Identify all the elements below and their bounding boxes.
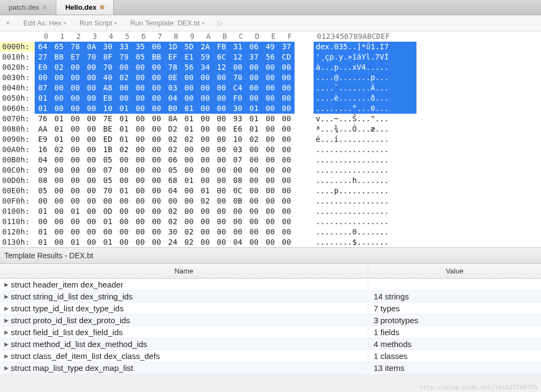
expand-icon[interactable]: ▶ <box>4 317 9 323</box>
hex-bytes[interactable]: 00000000010000000200000000000000 <box>35 217 303 227</box>
hex-row[interactable]: 0020h:E0020000700000007856341200000000à.… <box>0 62 541 73</box>
hex-bytes[interactable]: 0000000000000000000002000B000000 <box>35 196 303 206</box>
ascii-cell[interactable]: ................ <box>314 165 416 175</box>
hex-bytes[interactable]: 0100000010010000B001000030010000 <box>35 103 303 114</box>
hex-editor[interactable]: 0123456789ABCDEF 0123456789ABCDEF 0000h:… <box>0 31 541 247</box>
hex-row[interactable]: 0080h:AA010000BE010000D2010000E6010000ª.… <box>0 124 541 134</box>
hex-bytes[interactable]: 08000000050000006801000008000000 <box>35 175 303 186</box>
ascii-cell[interactable]: ........h....... <box>314 175 416 186</box>
ascii-cell[interactable]: dex.035..]*û1.I7 <box>314 42 416 52</box>
hex-bytes[interactable]: AA010000BE010000D2010000E6010000 <box>35 124 303 134</box>
hex-row[interactable]: 0030h:00000000400200000E00000070000000..… <box>0 73 541 83</box>
ascii-cell[interactable]: ........$....... <box>314 237 416 247</box>
hex-row[interactable]: 0100h:010001000D0000000200000000000000..… <box>0 206 541 217</box>
expand-icon[interactable]: ▶ <box>4 305 9 311</box>
expand-icon[interactable]: ▶ <box>4 365 9 371</box>
result-row[interactable]: ▶struct header_item dex_header <box>0 279 541 291</box>
hex-row[interactable]: 00C0h:09000000070000000500000000000000..… <box>0 165 541 175</box>
run-script-dropdown[interactable]: Run Script▾ <box>80 19 118 27</box>
address-cell: 00C0h: <box>0 165 35 175</box>
ascii-cell[interactable]: ........0....... <box>314 227 416 237</box>
hex-bytes[interactable]: 00000000400200000E00000070000000 <box>35 73 303 83</box>
result-row[interactable]: ▶struct field_id_list dex_field_ids1 fie… <box>0 326 541 338</box>
tab-hello-dex[interactable]: Hello.dex ⊗ <box>56 0 114 15</box>
run-icon[interactable]: ▷ <box>218 19 223 27</box>
hex-bytes[interactable]: 01000000000000003002000000000000 <box>35 227 303 237</box>
hex-row[interactable]: 00E0h:0500000070010000040001000C000000..… <box>0 186 541 196</box>
hex-row[interactable]: 0120h:01000000000000003002000000000000..… <box>0 227 541 237</box>
expand-icon[interactable]: ▶ <box>4 282 9 288</box>
ascii-cell[interactable]: ....¨.......Ä... <box>314 83 416 93</box>
hex-bytes[interactable]: 0500000070010000040001000C000000 <box>35 186 303 196</box>
result-name: struct type_id_list dex_type_ids <box>11 304 123 313</box>
expand-icon[interactable]: ▶ <box>4 353 9 359</box>
address-cell: 00A0h: <box>0 145 35 155</box>
expand-icon[interactable]: ▶ <box>4 341 9 347</box>
hex-bytes[interactable]: 04000000050000000600000007000000 <box>35 155 303 165</box>
hex-row[interactable]: 00A0h:160200001B0200000200000003000000..… <box>0 145 541 155</box>
hex-bytes[interactable]: E0020000700000007856341200000000 <box>35 62 303 73</box>
close-icon[interactable]: ⊗ <box>42 4 47 11</box>
ascii-cell[interactable]: ................ <box>314 145 416 155</box>
ascii-cell[interactable]: ....@.......p... <box>314 73 416 83</box>
watermark: http://blog.csdn.net/lmj623565791 <box>419 384 538 391</box>
ascii-cell[interactable]: é...í........... <box>314 134 416 145</box>
ascii-cell[interactable]: ................ <box>314 196 416 206</box>
column-value-header[interactable]: Value <box>368 264 541 278</box>
hex-row[interactable]: 0010h:27B8E7708F7905BBEFE1596C123756CD'¸… <box>0 52 541 62</box>
hex-bytes[interactable]: 6465780A303335001D5D2AFB31064937 <box>35 42 303 52</box>
ascii-cell[interactable]: v...~...Š..."... <box>314 114 416 124</box>
hex-bytes[interactable]: 160200001B0200000200000003000000 <box>35 145 303 155</box>
ascii-cell[interactable]: ....è.......ð... <box>314 93 416 103</box>
result-row[interactable]: ▶struct string_id_list dex_string_ids14 … <box>0 291 541 303</box>
run-template-dropdown[interactable]: Run Template: DEX.bt▾ <box>130 19 204 27</box>
ascii-cell[interactable]: '¸çp.y.»ïáYl.7VÍ <box>314 52 416 62</box>
ascii-cell[interactable]: ................ <box>314 206 416 217</box>
close-icon[interactable]: ⊗ <box>100 4 105 11</box>
hex-bytes[interactable]: 760100007E0100008A01000093010000 <box>35 114 303 124</box>
toolbar: ▼ Edit As: Hex▾ Run Script▾ Run Template… <box>0 15 541 31</box>
result-row[interactable]: ▶struct method_id_list dex_method_ids4 m… <box>0 338 541 350</box>
tab-label: Hello.dex <box>65 3 96 11</box>
expand-icon[interactable]: ▶ <box>4 329 9 335</box>
ascii-cell[interactable]: à...p...xV4..... <box>314 62 416 73</box>
ascii-cell[interactable]: ª...¾...Ò...æ... <box>314 124 416 134</box>
address-cell: 0090h: <box>0 134 35 145</box>
hex-row[interactable]: 00F0h:0000000000000000000002000B000000..… <box>0 196 541 206</box>
hex-bytes[interactable]: 27B8E7708F7905BBEFE1596C123756CD <box>35 52 303 62</box>
expand-icon[interactable]: ▶ <box>4 293 9 299</box>
hex-bytes[interactable]: 09000000070000000500000000000000 <box>35 165 303 175</box>
hex-bytes[interactable]: 07000000A800000003000000C4000000 <box>35 83 303 93</box>
hex-row[interactable]: 00B0h:04000000050000000600000007000000..… <box>0 155 541 165</box>
hex-bytes[interactable]: 01000100010000002402000004000000 <box>35 237 303 247</box>
hex-row[interactable]: 0130h:01000100010000002402000004000000..… <box>0 237 541 247</box>
address-cell: 0130h: <box>0 237 35 247</box>
result-row[interactable]: ▶struct class_def_item_list dex_class_de… <box>0 350 541 362</box>
hex-row[interactable]: 0050h:01000000E800000004000000F0000000..… <box>0 93 541 103</box>
tab-bar: patch.dex ⊗ Hello.dex ⊗ <box>0 0 541 15</box>
result-name: struct field_id_list dex_field_ids <box>11 328 123 337</box>
edit-as-dropdown[interactable]: Edit As: Hex▾ <box>23 19 67 27</box>
hex-row[interactable]: 0040h:07000000A800000003000000C4000000..… <box>0 83 541 93</box>
hex-row[interactable]: 0090h:E9010000ED0100000202000010020000é.… <box>0 134 541 145</box>
result-row[interactable]: ▶struct proto_id_list dex_proto_ids3 pro… <box>0 315 541 326</box>
options-icon[interactable]: ▼ <box>5 21 10 26</box>
hex-bytes[interactable]: 01000000E800000004000000F0000000 <box>35 93 303 103</box>
hex-row[interactable]: 00D0h:08000000050000006801000008000000..… <box>0 175 541 186</box>
address-cell: 0040h: <box>0 83 35 93</box>
ascii-cell[interactable]: ........°...0... <box>314 103 416 114</box>
hex-bytes[interactable]: 010001000D0000000200000000000000 <box>35 206 303 217</box>
result-row[interactable]: ▶struct map_list_type dex_map_list13 ite… <box>0 362 541 374</box>
ascii-cell[interactable]: ....p........... <box>314 186 416 196</box>
result-value: 13 items <box>368 363 541 373</box>
hex-bytes[interactable]: E9010000ED0100000202000010020000 <box>35 134 303 145</box>
column-name-header[interactable]: Name <box>0 264 368 278</box>
ascii-cell[interactable]: ................ <box>314 217 416 227</box>
ascii-cell[interactable]: ................ <box>314 155 416 165</box>
hex-row[interactable]: 0060h:0100000010010000B001000030010000..… <box>0 103 541 114</box>
result-row[interactable]: ▶struct type_id_list dex_type_ids7 types <box>0 303 541 315</box>
hex-row[interactable]: 0110h:00000000010000000200000000000000..… <box>0 217 541 227</box>
tab-patch-dex[interactable]: patch.dex ⊗ <box>0 0 56 15</box>
hex-row[interactable]: 0000h:6465780A303335001D5D2AFB31064937de… <box>0 42 541 52</box>
hex-row[interactable]: 0070h:760100007E0100008A01000093010000v.… <box>0 114 541 124</box>
